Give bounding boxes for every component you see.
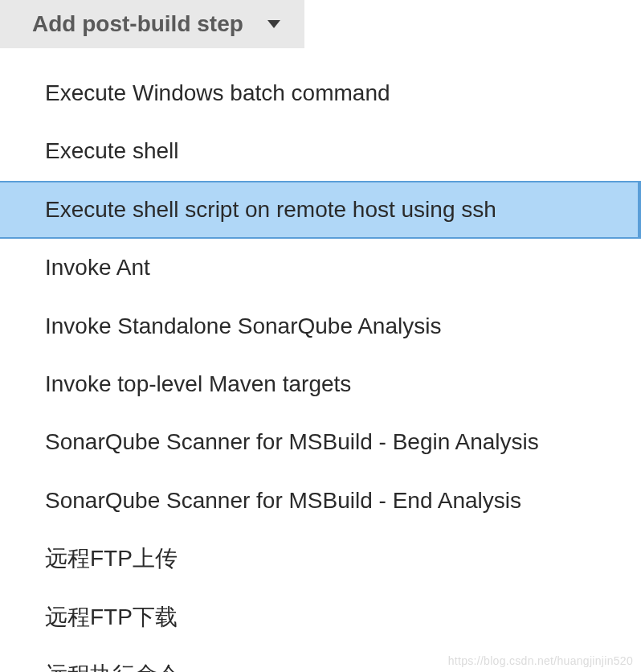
caret-down-icon	[267, 20, 280, 28]
add-post-build-step-button[interactable]: Add post-build step	[0, 0, 304, 48]
menu-item-execute-shell[interactable]: Execute shell	[0, 122, 641, 180]
menu-item-sonarqube-msbuild-begin[interactable]: SonarQube Scanner for MSBuild - Begin An…	[0, 413, 641, 471]
menu-item-sonarqube-msbuild-end[interactable]: SonarQube Scanner for MSBuild - End Anal…	[0, 472, 641, 530]
menu-item-invoke-maven[interactable]: Invoke top-level Maven targets	[0, 355, 641, 413]
menu-item-execute-shell-ssh[interactable]: Execute shell script on remote host usin…	[0, 181, 641, 239]
menu-item-invoke-ant[interactable]: Invoke Ant	[0, 239, 641, 297]
menu-item-ftp-download[interactable]: 远程FTP下载	[0, 588, 641, 646]
menu-item-ftp-upload[interactable]: 远程FTP上传	[0, 530, 641, 588]
post-build-step-menu: Execute Windows batch command Execute sh…	[0, 48, 641, 672]
menu-item-invoke-sonarqube[interactable]: Invoke Standalone SonarQube Analysis	[0, 297, 641, 355]
menu-item-execute-windows-batch[interactable]: Execute Windows batch command	[0, 64, 641, 122]
watermark-text: https://blog.csdn.net/huangjinjin520	[448, 654, 633, 667]
dropdown-button-label: Add post-build step	[32, 11, 243, 37]
